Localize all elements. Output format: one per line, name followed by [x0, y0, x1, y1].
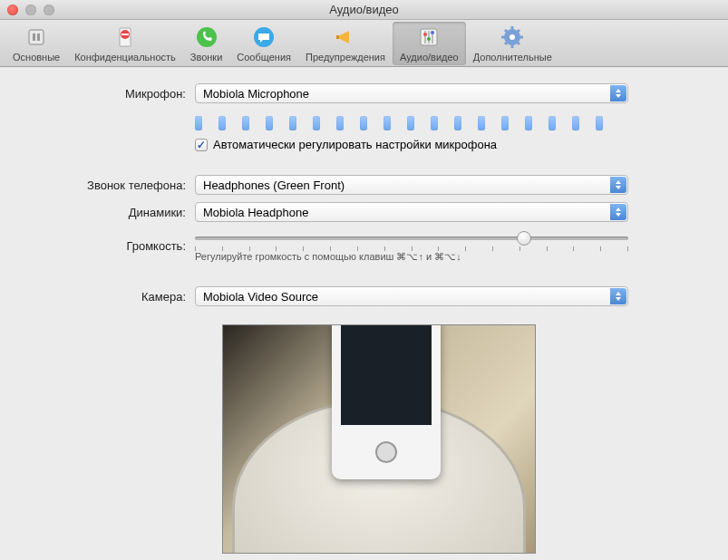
level-pip	[289, 116, 296, 130]
camera-value: Mobiola Video Source	[203, 290, 318, 304]
auto-mic-label: Автоматически регулировать настройки мик…	[213, 138, 497, 151]
slider-thumb[interactable]	[517, 231, 531, 246]
svg-rect-2	[37, 34, 40, 41]
toolbar-label: Основные	[13, 52, 60, 63]
svg-line-25	[517, 30, 519, 33]
svg-line-24	[505, 42, 508, 44]
phone-icon	[194, 24, 219, 50]
microphone-select[interactable]: Mobiola Microphone	[195, 83, 628, 103]
window-title: Аудио/видео	[0, 3, 728, 16]
toolbar-label: Дополнительные	[473, 52, 552, 63]
slider-track	[195, 237, 628, 240]
toolbar-label: Конфиденциальность	[74, 52, 176, 63]
level-pip	[572, 116, 579, 130]
level-pip	[313, 116, 320, 130]
level-pip	[478, 116, 485, 130]
toolbar-item-calls[interactable]: Звонки	[183, 22, 230, 65]
level-pip	[407, 116, 414, 130]
phone-ring-select[interactable]: Headphones (Green Front)	[195, 175, 628, 195]
level-pip	[242, 116, 249, 130]
speakers-select[interactable]: Mobiola Headphone	[195, 202, 628, 222]
auto-mic-checkbox[interactable]	[195, 139, 208, 151]
svg-point-14	[427, 37, 431, 41]
level-pip	[501, 116, 509, 130]
svg-line-22	[505, 30, 508, 33]
slider-ticks	[195, 246, 628, 251]
chat-icon	[251, 24, 277, 50]
level-pip	[548, 116, 556, 130]
svg-rect-5	[121, 34, 129, 35]
traffic-lights	[0, 5, 54, 15]
toolbar-item-general[interactable]: Основные	[5, 22, 67, 65]
camera-label: Камера:	[27, 290, 195, 304]
svg-rect-8	[336, 35, 339, 39]
microphone-value: Mobiola Microphone	[203, 87, 309, 101]
svg-point-13	[423, 33, 427, 36]
no-entry-icon	[112, 24, 138, 50]
toolbar-item-messages[interactable]: Сообщения	[229, 22, 298, 65]
speakers-value: Mobiola Headphone	[203, 206, 308, 219]
zoom-button[interactable]	[44, 5, 54, 15]
camera-preview	[222, 324, 536, 554]
level-pip	[266, 116, 273, 130]
volume-hint: Регулируйте громкость с помощью клавиш ⌘…	[195, 251, 701, 263]
toolbar-label: Аудио/видео	[400, 52, 459, 63]
megaphone-icon	[333, 24, 358, 50]
svg-point-15	[431, 31, 434, 34]
content-pane: Микрофон: Mobiola Microphone	[0, 67, 728, 560]
toolbar-label: Сообщения	[237, 52, 291, 63]
level-pip	[596, 116, 603, 130]
toolbar-label: Предупреждения	[306, 52, 385, 63]
gear-icon	[500, 24, 525, 50]
titlebar: Аудио/видео	[0, 0, 728, 20]
close-button[interactable]	[7, 5, 18, 15]
phone-ring-label: Звонок телефона:	[27, 179, 195, 192]
phone-ring-value: Headphones (Green Front)	[203, 179, 345, 192]
toolbar-item-alerts[interactable]: Предупреждения	[298, 22, 393, 65]
toolbar-item-privacy[interactable]: Конфиденциальность	[67, 22, 183, 65]
level-pip	[360, 116, 367, 130]
svg-rect-0	[29, 30, 44, 44]
updown-icon	[610, 85, 626, 101]
level-pip	[431, 116, 438, 130]
camera-select[interactable]: Mobiola Video Source	[195, 286, 628, 306]
level-pip	[195, 116, 202, 130]
updown-icon	[610, 177, 626, 193]
toolbar-item-advanced[interactable]: Дополнительные	[466, 22, 559, 65]
speakers-label: Динамики:	[27, 206, 195, 219]
switch-icon	[24, 24, 49, 50]
toolbar-label: Звонки	[190, 52, 223, 63]
level-pip	[218, 116, 226, 130]
svg-point-17	[510, 34, 515, 40]
svg-rect-1	[33, 34, 35, 41]
volume-slider[interactable]	[195, 229, 628, 247]
volume-label: Громкость:	[27, 239, 195, 253]
svg-line-23	[517, 42, 519, 44]
sliders-icon	[416, 24, 442, 50]
level-pip	[383, 116, 391, 130]
minimize-button[interactable]	[25, 5, 36, 15]
toolbar-item-av[interactable]: Аудио/видео	[393, 22, 466, 65]
level-pip	[525, 116, 532, 130]
level-pip	[454, 116, 461, 130]
toolbar: Основные Конфиденциальность Звонки Сообщ…	[0, 20, 728, 67]
microphone-label: Микрофон:	[27, 87, 195, 101]
level-pip	[336, 116, 344, 130]
updown-icon	[610, 288, 626, 304]
updown-icon	[610, 204, 626, 220]
mic-level-meter	[195, 111, 701, 138]
